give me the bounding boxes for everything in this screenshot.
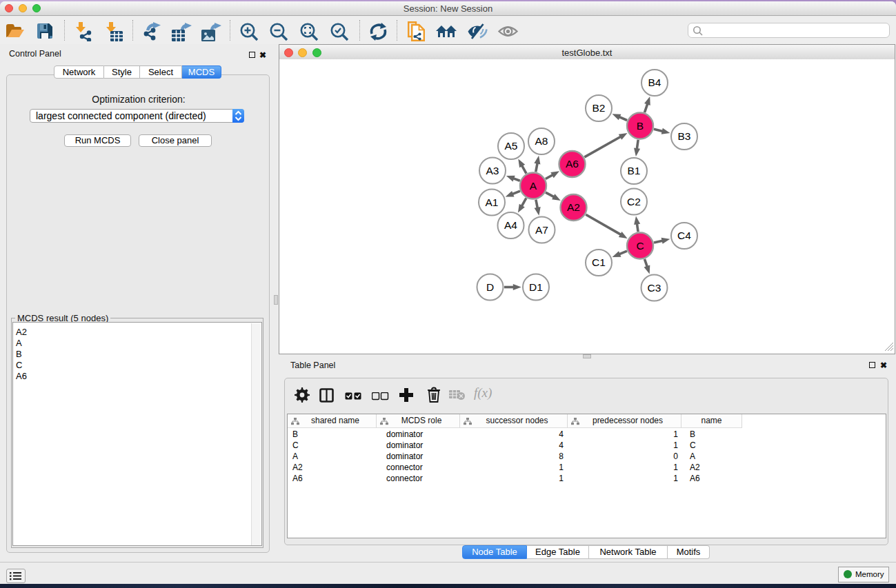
svg-text:C2: C2 [627, 196, 641, 207]
svg-text:B1: B1 [628, 165, 641, 176]
svg-text:C: C [636, 240, 644, 252]
svg-text:B2: B2 [593, 102, 606, 114]
svg-text:A8: A8 [535, 135, 548, 147]
svg-text:A6: A6 [566, 158, 579, 170]
svg-text:A2: A2 [567, 201, 580, 213]
svg-text:D1: D1 [529, 281, 543, 293]
svg-text:B4: B4 [648, 77, 661, 88]
svg-text:C3: C3 [648, 282, 661, 294]
svg-text:A1: A1 [486, 196, 499, 208]
svg-text:C1: C1 [592, 256, 606, 268]
svg-text:A7: A7 [535, 224, 548, 236]
svg-text:A: A [530, 180, 537, 192]
svg-text:A5: A5 [505, 140, 518, 152]
svg-text:C4: C4 [677, 230, 691, 241]
svg-text:B: B [637, 120, 644, 132]
svg-text:A3: A3 [486, 165, 499, 176]
svg-text:B3: B3 [678, 130, 691, 142]
svg-text:D: D [486, 281, 494, 293]
svg-text:A4: A4 [504, 219, 517, 231]
